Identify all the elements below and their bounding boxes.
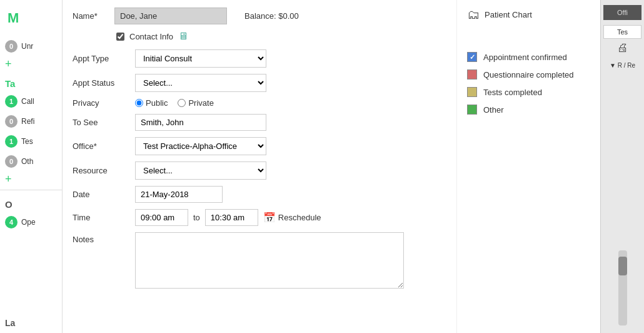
notes-label: Notes: [73, 232, 135, 244]
calendar-icon: 📅: [263, 212, 276, 223]
sidebar-item-refi[interactable]: 0 Refi: [0, 111, 62, 131]
privacy-label: Privacy: [73, 98, 135, 108]
time-label: Time: [73, 213, 135, 222]
contact-info-checkbox[interactable]: [116, 33, 124, 41]
appt-status-label: Appt Status: [73, 78, 135, 88]
appt-type-select[interactable]: Initial Consult Follow Up Check-up: [135, 49, 266, 68]
privacy-radio-group: Public Private: [135, 98, 214, 108]
bottom-label: La: [0, 313, 62, 333]
main-form-area: Name* Balance: $0.00 Contact Info 🖥 Appt…: [63, 0, 456, 333]
refi-label: Refi: [21, 117, 34, 126]
notes-row: Notes: [73, 232, 446, 289]
to-see-row: To See: [73, 114, 446, 131]
sidebar-item-unread[interactable]: 0 Unr: [0, 36, 62, 56]
time-to-sep: to: [193, 213, 200, 222]
legend-item-tests: Tests completed: [467, 87, 590, 97]
time-end-input[interactable]: [205, 209, 258, 226]
right-panel: Offi Tes 🖨 ▼ R / Re: [600, 0, 644, 333]
to-see-label: To See: [73, 118, 135, 127]
date-row: Date: [73, 186, 446, 203]
tes-badge: 1: [5, 135, 18, 148]
left-sidebar: M 0 Unr + Ta 1 Call 0 Refi 1 Tes 0 Oth +…: [0, 0, 63, 333]
right-panel-test-btn[interactable]: Tes: [603, 25, 641, 39]
sidebar-item-call[interactable]: 1 Call: [0, 91, 62, 111]
office-row: Office* Test Practice-Alpha-Office: [73, 137, 446, 155]
legend-color-other: [467, 105, 477, 115]
legend-item-appointment: ✓ Appointment confirmed: [467, 52, 590, 62]
ope-label: Ope: [21, 218, 36, 227]
appt-type-label: Appt Type: [73, 54, 135, 63]
unread-label: Unr: [21, 42, 33, 51]
monitor-icon: 🖥: [178, 31, 188, 42]
reschedule-button[interactable]: 📅 Reschedule: [263, 212, 321, 223]
right-panel-label: ▼ R / Re: [603, 62, 641, 69]
legend-label-tests: Tests completed: [483, 88, 542, 97]
appt-status-select[interactable]: Select... Confirmed Cancelled Pending: [135, 74, 266, 92]
resource-row: Resource Select...: [73, 161, 446, 180]
resource-label: Resource: [73, 166, 135, 175]
legend-panel: 🗂 Patient Chart ✓ Appointment confirmed …: [456, 0, 600, 333]
legend-label-other: Other: [483, 105, 504, 115]
refi-badge: 0: [5, 115, 18, 128]
patient-chart-row: 🗂 Patient Chart: [467, 8, 590, 22]
add-button-2[interactable]: +: [0, 172, 62, 187]
legend-color-tests: [467, 87, 477, 97]
legend-label-appointment: Appointment confirmed: [483, 53, 567, 62]
ope-badge: 4: [5, 216, 18, 228]
right-panel-section: ▼ R / Re: [603, 62, 641, 69]
contact-info-label: Contact Info: [129, 32, 173, 41]
section-title-o: O: [0, 193, 62, 212]
date-input[interactable]: [135, 186, 223, 203]
name-row: Name* Balance: $0.00: [73, 8, 446, 24]
name-label: Name*: [73, 11, 107, 21]
legend-label-questionnaire: Questionnaire completed: [483, 70, 574, 79]
scroll-thumb: [618, 257, 627, 275]
sidebar-logo: M: [0, 5, 62, 36]
right-panel-title: Offi: [603, 5, 641, 20]
call-label: Call: [21, 97, 34, 106]
appt-status-row: Appt Status Select... Confirmed Cancelle…: [73, 74, 446, 92]
time-row: Time to 📅 Reschedule: [73, 209, 446, 226]
print-icon[interactable]: 🖨: [603, 41, 641, 54]
name-input[interactable]: [114, 8, 227, 24]
legend-color-appointment: ✓: [467, 52, 477, 62]
section-title-ta: Ta: [0, 72, 62, 91]
privacy-private-radio[interactable]: [178, 99, 186, 107]
oth-label: Oth: [21, 157, 33, 166]
office-label: Office*: [73, 141, 135, 151]
contact-info-row: Contact Info 🖥: [116, 31, 446, 42]
checkmark-icon: ✓: [470, 53, 475, 61]
legend-item-questionnaire: Questionnaire completed: [467, 69, 590, 79]
legend-item-other: Other: [467, 105, 590, 115]
privacy-public-label[interactable]: Public: [135, 98, 168, 108]
time-group: to 📅 Reschedule: [135, 209, 321, 226]
reschedule-label: Reschedule: [278, 213, 321, 222]
legend-color-questionnaire: [467, 69, 477, 79]
privacy-public-text: Public: [146, 98, 168, 108]
balance-text: Balance: $0.00: [244, 11, 299, 21]
add-button-1[interactable]: +: [0, 56, 62, 72]
appt-type-row: Appt Type Initial Consult Follow Up Chec…: [73, 49, 446, 68]
to-see-input[interactable]: [135, 114, 266, 131]
time-start-input[interactable]: [135, 209, 188, 226]
scrollbar-area: [603, 71, 641, 328]
date-label: Date: [73, 190, 135, 199]
notes-textarea[interactable]: [135, 232, 404, 289]
sidebar-item-oth[interactable]: 0 Oth: [0, 151, 62, 172]
scroll-track[interactable]: [618, 250, 627, 325]
sidebar-item-tes[interactable]: 1 Tes: [0, 131, 62, 151]
oth-badge: 0: [5, 155, 18, 168]
privacy-row: Privacy Public Private: [73, 98, 446, 108]
patient-chart-label: Patient Chart: [485, 10, 532, 19]
resource-select[interactable]: Select...: [135, 161, 266, 180]
privacy-public-radio[interactable]: [135, 99, 143, 107]
folder-icon: 🗂: [467, 8, 480, 22]
sidebar-divider: [0, 190, 62, 190]
privacy-private-text: Private: [188, 98, 213, 108]
sidebar-item-ope[interactable]: 4 Ope: [0, 212, 62, 232]
privacy-private-label[interactable]: Private: [178, 98, 213, 108]
tes-label: Tes: [21, 137, 33, 146]
office-select[interactable]: Test Practice-Alpha-Office: [135, 137, 266, 155]
call-badge: 1: [5, 95, 18, 108]
unread-badge: 0: [5, 40, 18, 53]
